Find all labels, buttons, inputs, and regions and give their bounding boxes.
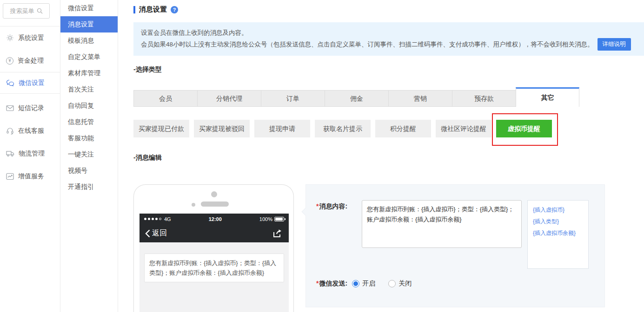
submenu-item-video-account[interactable]: 视频号: [60, 162, 118, 179]
tab-member[interactable]: 会员: [133, 90, 197, 107]
phone-time: 12:00: [209, 216, 222, 222]
tab-prepaid[interactable]: 预存款: [452, 90, 516, 107]
phone-speaker-bar: [201, 202, 229, 207]
radio-option-off[interactable]: 关闭: [388, 280, 412, 288]
search-icon: [37, 8, 43, 14]
notice-line1: 设置会员在微信上收到的消息及内容。: [141, 27, 637, 38]
back-chevron-icon: [145, 229, 150, 238]
section-title-select-type: -选择类型: [133, 65, 162, 74]
app-window: 搜索菜单 系统设置 ¥ 资金处理 微信设置 短信记录 在线客服: [0, 0, 644, 312]
type-button-community-comment-reminder[interactable]: 微社区评论提醒: [436, 120, 491, 137]
battery-status: 100%: [259, 216, 284, 222]
help-icon[interactable]: ?: [171, 6, 178, 13]
wechat-settings-submenu: 微信设置 消息设置 模板消息 自定义菜单 素材库管理 首次关注 自动回复 信息托…: [60, 0, 118, 312]
sidebar-item-label: 微信设置: [19, 79, 45, 87]
detail-description-button[interactable]: 详细说明: [598, 38, 631, 51]
phone-nav-row: 返回: [139, 224, 289, 242]
type-button-withdraw-rejected[interactable]: 买家提现被驳回: [194, 120, 250, 137]
sidebar-item-funds[interactable]: ¥ 资金处理: [0, 49, 60, 72]
headset-icon: [6, 127, 14, 135]
page-title: 消息设置: [139, 5, 167, 14]
wechat-icon: [6, 79, 14, 87]
section-title-message-edit: -消息编辑: [133, 154, 162, 162]
tab-commission[interactable]: 佣金: [325, 90, 388, 107]
network-label: 4G: [164, 216, 171, 222]
phone-screen: 您有新虚拟币到账：{插入虚拟币}；类型：{插入类型}；账户虚拟币余额：{插入虚拟…: [139, 242, 289, 312]
notice-line2-wrap: 会员如果48小时以上没有主动发消息给公众号（包括发送信息、点击自定义菜单、订阅事…: [141, 38, 637, 51]
message-edit-form: *消息内容: 您有新虚拟币到账：{插入虚拟币}；类型：{插入类型}；账户虚拟币余…: [305, 184, 605, 307]
tab-order[interactable]: 订单: [261, 90, 325, 107]
sidebar-item-wechat-settings[interactable]: 微信设置: [0, 72, 60, 93]
insert-variable-box: {插入虚拟币} {插入类型} {插入虚拟币余额}: [527, 200, 589, 269]
page-header: 消息设置 ?: [133, 5, 178, 14]
submenu-item-wechat-settings[interactable]: 微信设置: [60, 0, 118, 16]
submenu-item-material-library[interactable]: 素材库管理: [60, 65, 118, 81]
message-content-label: *消息内容:: [316, 202, 347, 211]
radio-off-label: 关闭: [398, 280, 412, 288]
search-placeholder: 搜索菜单: [10, 7, 34, 15]
sidebar-item-label: 增值服务: [18, 172, 44, 181]
insert-virtual-currency-link[interactable]: {插入虚拟币}: [533, 204, 583, 216]
submenu-item-service-function[interactable]: 客服功能: [60, 130, 118, 146]
wechat-send-row: *微信发送: 开启 关闭: [316, 280, 412, 288]
phone-camera-dot: [211, 191, 217, 197]
title-accent-bar: [133, 6, 135, 13]
search-area: 搜索菜单: [0, 0, 60, 26]
phone-back-label: 返回: [152, 228, 167, 238]
type-button-virtual-currency-reminder[interactable]: 虚拟币提醒: [496, 120, 552, 137]
truck-icon: [6, 150, 14, 157]
sidebar-item-sms-records[interactable]: 短信记录: [0, 97, 60, 119]
required-marker: *: [316, 202, 319, 210]
sidebar-item-label: 资金处理: [18, 57, 44, 65]
notice-line2: 会员如果48小时以上没有主动发消息给公众号（包括发送信息、点击自定义菜单、订阅事…: [141, 41, 594, 48]
type-button-points-reminder[interactable]: 积分提醒: [375, 120, 431, 137]
panel-arrow-notch: [302, 208, 310, 216]
sidebar-item-label: 在线客服: [18, 127, 44, 135]
phone-status-row: 4G 12:00 100%: [139, 214, 289, 224]
phone-preview: 4G 12:00 100% 返回 您有新虚拟币到账: [133, 184, 294, 312]
tab-marketing[interactable]: 营销: [388, 90, 452, 107]
tab-other[interactable]: 其它: [516, 87, 579, 107]
phone-sensor-dot: [192, 203, 195, 207]
sidebar-item-label: 短信记录: [18, 104, 44, 112]
submenu-item-one-key-follow[interactable]: 一键关注: [60, 146, 118, 162]
primary-sidebar: 搜索菜单 系统设置 ¥ 资金处理 微信设置 短信记录 在线客服: [0, 0, 60, 312]
insert-virtual-currency-balance-link[interactable]: {插入虚拟币余额}: [533, 228, 583, 239]
signal-strength-icon: 4G: [144, 216, 171, 222]
submenu-item-message-settings[interactable]: 消息设置: [60, 16, 118, 32]
battery-icon: [274, 217, 284, 221]
sidebar-item-label: 系统设置: [18, 34, 44, 42]
sidebar-item-system-settings[interactable]: 系统设置: [0, 26, 60, 49]
submenu-item-template-message[interactable]: 模板消息: [60, 32, 118, 49]
message-type-buttons: 买家提现已付款 买家提现被驳回 提现申请 获取名片提示 积分提醒 微社区评论提醒…: [133, 120, 552, 137]
share-icon: [272, 229, 283, 238]
type-button-withdraw-paid[interactable]: 买家提现已付款: [133, 120, 189, 137]
phone-statusbar: 4G 12:00 100% 返回: [139, 214, 289, 242]
sidebar-item-value-added[interactable]: 增值服务: [0, 165, 60, 188]
battery-percent: 100%: [259, 216, 272, 222]
tab-distribution-agent[interactable]: 分销代理: [197, 90, 261, 107]
gear-icon: [6, 34, 14, 42]
submenu-item-custom-menu[interactable]: 自定义菜单: [60, 49, 118, 65]
envelope-icon: [6, 105, 14, 111]
sidebar-item-online-service[interactable]: 在线客服: [0, 119, 60, 142]
submenu-item-info-hosting[interactable]: 信息托管: [60, 114, 118, 130]
main-content: 消息设置 ? 设置会员在微信上收到的消息及内容。 会员如果48小时以上没有主动发…: [118, 0, 644, 312]
type-button-get-card-tip[interactable]: 获取名片提示: [315, 120, 371, 137]
sidebar-item-logistics[interactable]: 物流管理: [0, 142, 60, 165]
radio-off-icon[interactable]: [388, 280, 396, 287]
submenu-item-activation-guide[interactable]: 开通指引: [60, 179, 118, 195]
submenu-item-first-follow[interactable]: 首次关注: [60, 81, 118, 98]
sidebar-item-label: 物流管理: [19, 150, 45, 158]
radio-option-on[interactable]: 开启: [352, 280, 375, 288]
wechat-send-label: *微信发送:: [316, 280, 347, 288]
phone-message-preview: 您有新虚拟币到账：{插入虚拟币}；类型：{插入类型}；账户虚拟币余额：{插入虚拟…: [144, 254, 284, 282]
insert-type-link[interactable]: {插入类型}: [533, 216, 583, 228]
submenu-item-auto-reply[interactable]: 自动回复: [60, 98, 118, 114]
trend-chart-icon: [6, 173, 14, 180]
radio-on-label: 开启: [362, 280, 375, 288]
search-input[interactable]: 搜索菜单: [3, 3, 50, 19]
message-content-textarea[interactable]: 您有新虚拟币到账：{插入虚拟币}；类型：{插入类型}；账户虚拟币余额：{插入虚拟…: [362, 200, 522, 248]
type-button-withdraw-apply[interactable]: 提现申请: [254, 120, 310, 137]
radio-on-icon[interactable]: [352, 280, 359, 287]
